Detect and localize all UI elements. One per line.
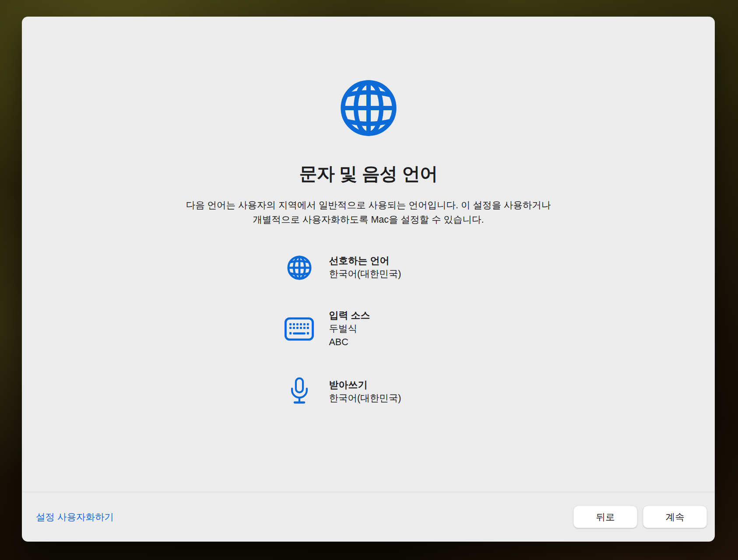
continue-button[interactable]: 계속	[643, 506, 707, 528]
customize-settings-link[interactable]: 설정 사용자화하기	[36, 511, 114, 523]
page-description: 다음 언어는 사용자의 지역에서 일반적으로 사용되는 언어입니다. 이 설정을…	[186, 198, 551, 227]
input-source-value-1: 두벌식	[329, 322, 370, 336]
footer-bar: 설정 사용자화하기 뒤로 계속	[22, 492, 715, 542]
preferred-language-label: 선호하는 언어	[329, 254, 401, 267]
dictation-row: 받아쓰기 한국어(대한민국)	[285, 377, 460, 406]
dictation-text: 받아쓰기 한국어(대한민국)	[329, 378, 401, 405]
keyboard-icon	[285, 317, 314, 341]
input-source-label: 입력 소스	[329, 309, 370, 322]
description-line-2: 개별적으로 사용자화하도록 Mac을 설정할 수 있습니다.	[186, 213, 551, 227]
main-content: 문자 및 음성 언어 다음 언어는 사용자의 지역에서 일반적으로 사용되는 언…	[22, 17, 715, 406]
input-source-row: 입력 소스 두벌식 ABC	[285, 309, 460, 349]
setup-assistant-window: 문자 및 음성 언어 다음 언어는 사용자의 지역에서 일반적으로 사용되는 언…	[22, 17, 715, 542]
preferred-language-row: 선호하는 언어 한국어(대한민국)	[285, 254, 460, 281]
description-line-1: 다음 언어는 사용자의 지역에서 일반적으로 사용되는 언어입니다. 이 설정을…	[186, 198, 551, 213]
dictation-label: 받아쓰기	[329, 378, 401, 392]
back-button[interactable]: 뒤로	[573, 506, 637, 528]
preferred-language-value: 한국어(대한민국)	[329, 267, 401, 281]
input-source-text: 입력 소스 두벌식 ABC	[329, 309, 370, 349]
footer-buttons: 뒤로 계속	[573, 506, 707, 528]
globe-icon	[285, 255, 314, 280]
input-source-value-2: ABC	[329, 336, 370, 349]
globe-icon	[339, 79, 398, 137]
microphone-icon	[285, 377, 314, 406]
preferred-language-text: 선호하는 언어 한국어(대한민국)	[329, 254, 401, 281]
language-settings-list: 선호하는 언어 한국어(대한민국)	[285, 254, 460, 406]
page-title: 문자 및 음성 언어	[299, 162, 437, 186]
dictation-value: 한국어(대한민국)	[329, 392, 401, 405]
